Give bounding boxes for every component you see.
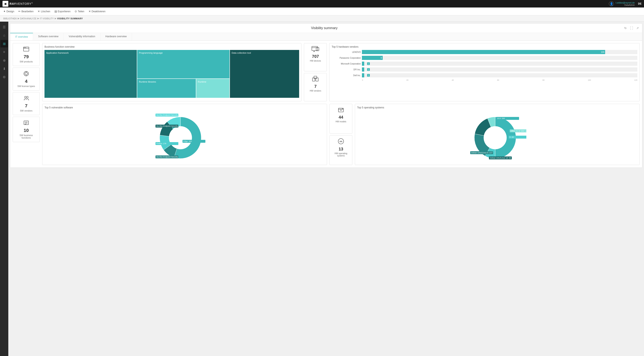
breadcrumb-sep-0: ▶ (18, 17, 19, 20)
bar-row: Dell Inc. 1 (332, 73, 637, 77)
action-share[interactable]: ⊙ Teilen (75, 10, 84, 13)
bar-row: Microsoft Corporation 1 (332, 62, 637, 66)
hw-vendors-number: 7 (314, 84, 316, 89)
dashboard-header: Visibility summary ↻ ⛶ ↗ (10, 24, 642, 33)
treemap-row2-inner: Runtime librariesRuntime (137, 79, 230, 98)
top-bar: ▣ RAYVENTORY® 👤 t.wibbe@raynet.de DataAd… (0, 0, 644, 8)
os-donut-label: 10.0: 293 (496, 117, 519, 121)
bar-fill (362, 67, 364, 72)
bar-axis: 020406080100120 (332, 79, 637, 81)
tab-software-overview[interactable]: Software overview (33, 33, 64, 40)
dashboard-title: Visibility summary (25, 26, 624, 30)
bar-fill: 106 (362, 50, 605, 54)
os-panel: Top 5 operating systems 10.0: 2930: 28De… (355, 104, 640, 165)
svg-point-4 (26, 48, 26, 48)
tab-it-overview[interactable]: IT overview (10, 33, 33, 40)
action-delete-label: Löschen (41, 10, 50, 13)
charts-area: Business function overview Application f… (42, 43, 640, 165)
stat-sw-license: 4 SW license types (13, 68, 40, 91)
hw-os-number: 13 (339, 147, 343, 151)
sidebar-item-download[interactable]: ⬇ (0, 65, 8, 72)
bar-chart: LENOVO 106 Panasonic Corporation 9 Micro… (332, 50, 637, 77)
bar-row: LENOVO 106 (332, 50, 637, 54)
sw-vendors-label: SW vendors (20, 109, 32, 112)
treemap-cell-prog-lang: Programming language (137, 50, 230, 79)
tab-hardware-overview[interactable]: Hardware overview (100, 33, 132, 40)
hw-devices-icon (312, 46, 319, 53)
logo-icon: ▣ (2, 1, 8, 7)
action-export[interactable]: ▤ Exportieren (54, 10, 70, 13)
sidebar-item-settings[interactable]: ⚙ (0, 73, 8, 81)
svg-point-6 (25, 72, 28, 75)
donut-label: McAfee Endpoint Security Threat Preventi… (156, 125, 178, 129)
hw-summary-top: 707 HW devices (304, 43, 327, 101)
stat-sw-vendors: 7 SW vendors (13, 92, 40, 115)
sidebar-item-list[interactable]: ≡ (0, 48, 8, 56)
user-avatar-icon: 👤 (609, 1, 614, 6)
action-deactivate[interactable]: ✕ Deaktivieren (88, 10, 106, 13)
sw-products-number: 79 (24, 54, 29, 60)
action-export-label: Exportieren (58, 10, 70, 13)
bar-track: 1 (362, 62, 637, 66)
top-row: Business function overview Application f… (42, 43, 640, 101)
user-role: DataAdmin (616, 4, 635, 6)
hw-devices-card: 707 HW devices (304, 43, 327, 71)
sw-license-number: 4 (25, 79, 28, 84)
action-deactivate-label: Deaktivieren (92, 10, 106, 13)
sw-vendors-icon (23, 95, 29, 102)
sidebar-item-links[interactable]: ⊕ (0, 57, 8, 64)
donut-label: Firefox: 179 (156, 142, 178, 146)
treemap-cell-app-framework: Application framework (44, 50, 137, 98)
action-design[interactable]: ✦ Design (3, 10, 14, 13)
refresh-button[interactable]: ↻ (624, 26, 628, 30)
svg-text:OS: OS (340, 140, 342, 143)
breadcrumb-item-2[interactable]: IT VISIBILITY (40, 17, 54, 20)
fullscreen-button[interactable]: ⛶ (629, 26, 634, 30)
bar-chart-panel: Top 5 hardware vendors LENOVO 106 Panaso… (329, 43, 640, 101)
svg-point-3 (25, 48, 25, 48)
sw-functions-number: 10 (24, 128, 29, 133)
breadcrumb-sep-2: ▶ (55, 17, 56, 20)
hw-vendors-icon (312, 76, 319, 83)
svg-rect-20 (312, 78, 315, 81)
donut-container: Edge: 942McAfee Endpoint Security Adapti… (44, 111, 325, 163)
language-selector[interactable]: DE (638, 2, 642, 5)
sw-vendors-number: 7 (25, 103, 28, 109)
os-title: Top 5 operating systems (357, 106, 637, 109)
svg-rect-21 (316, 78, 318, 81)
bar-label: Panasonic Corporation (332, 57, 361, 59)
action-delete[interactable]: ✕ Löschen (38, 10, 50, 13)
donut-title: Top 5 vulnerable software (44, 106, 325, 109)
tab-vulnerability[interactable]: Vulnerability information (64, 33, 100, 40)
business-function-title: Business function overview (44, 45, 299, 48)
svg-point-25 (342, 108, 343, 109)
share-dashboard-button[interactable]: ↗ (636, 26, 640, 30)
user-area: 👤 t.wibbe@raynet.de DataAdmin DE (609, 1, 642, 6)
hw-summary-bottom: 44 HW models OS 13 (330, 104, 352, 165)
os-donut-svg: 10.0: 2930: 28Debian GNU/Linux 9: 117Deb… (468, 111, 526, 163)
svg-point-2 (24, 48, 24, 48)
hw-os-card: OS 13 HW operating systems (330, 135, 352, 165)
sidebar-item-home[interactable]: ⌂ (0, 32, 8, 39)
user-info: t.wibbe@raynet.de DataAdmin (616, 2, 635, 6)
breadcrumb-item-0[interactable]: BIBLIOTHEK (3, 17, 17, 20)
bar-label: DFI Inc. (332, 69, 361, 71)
hw-devices-label: HW devices (310, 60, 321, 62)
sidebar-item-menu[interactable]: ☰ (0, 23, 8, 31)
treemap-cell-data-collection: Data collection tool (230, 50, 299, 98)
sidebar-item-dashboard[interactable]: ⊞ (0, 40, 8, 48)
design-icon: ✦ (3, 10, 6, 13)
hw-models-number: 44 (339, 115, 343, 120)
hw-models-card: 44 HW models (330, 104, 352, 134)
stat-sw-products: 79 SW products (13, 43, 40, 66)
bar-label: Microsoft Corporation (332, 63, 361, 65)
breadcrumb-item-1[interactable]: DATA ANALYZE (20, 17, 36, 20)
breadcrumb-current: VISIBILITY SUMMARY (57, 17, 83, 20)
bar-track: 1 (362, 73, 637, 77)
action-edit[interactable]: ✏ Bearbeiten (18, 10, 34, 13)
bar-row: DFI Inc. 1 (332, 67, 637, 72)
bar-row: Panasonic Corporation 9 (332, 56, 637, 60)
business-function-panel: Business function overview Application f… (42, 43, 302, 101)
content-area: Visibility summary ↻ ⛶ ↗ IT overview Sof… (8, 22, 644, 356)
sw-products-icon (23, 46, 29, 53)
